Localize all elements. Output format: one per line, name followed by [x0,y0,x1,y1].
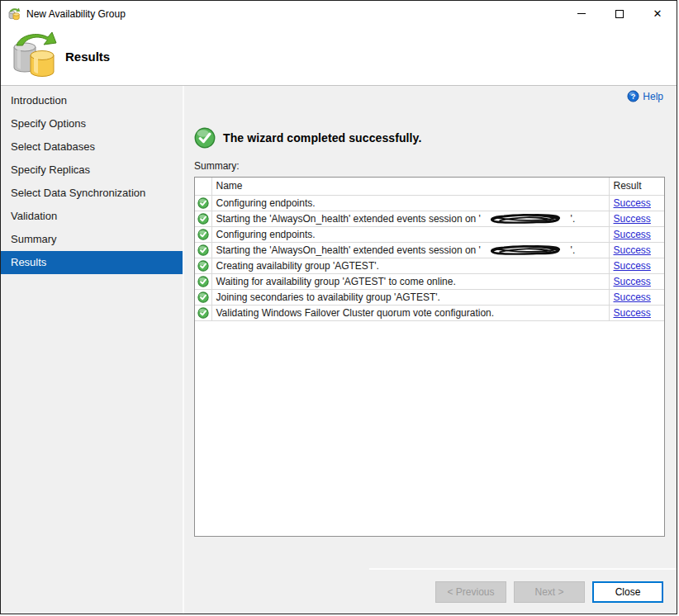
grid-header-row: Name Result [195,178,664,195]
table-row: Joining secondaries to availability grou… [195,289,664,305]
summary-grid: Name Result Configuring endpoints.Succes… [194,177,665,537]
row-result-cell: Success [609,211,664,226]
dialog-body: IntroductionSpecify OptionsSelect Databa… [1,86,677,614]
window-title: New Availability Group [26,8,126,20]
row-name-cell: Configuring endpoints. [211,226,609,242]
row-status-cell [195,242,211,258]
page-title: Results [65,50,110,64]
row-name-cell: Configuring endpoints. [211,195,609,211]
success-link[interactable]: Success [614,291,651,303]
success-check-icon [197,291,209,303]
row-name-cell: Waiting for availability group 'AGTEST' … [211,273,609,289]
sidebar-item-summary[interactable]: Summary [1,228,183,251]
redaction-scribble [484,244,567,255]
minimize-icon [577,13,586,14]
help-link[interactable]: ? Help [627,90,663,102]
row-status-cell [195,226,211,242]
row-result-cell: Success [609,226,664,242]
previous-button[interactable]: < Previous [435,581,506,603]
success-banner: The wizard completed successfully. [194,127,665,149]
redaction-scribble [484,213,567,224]
title-bar: New Availability Group ✕ [1,1,677,26]
row-status-cell [195,258,211,273]
success-link[interactable]: Success [614,197,651,209]
row-name-cell: Starting the 'AlwaysOn_health' extended … [211,211,609,226]
table-row: Creating availability group 'AGTEST'.Suc… [195,258,664,273]
row-name-cell: Creating availability group 'AGTEST'. [211,258,609,273]
sidebar-item-results[interactable]: Results [1,251,183,274]
row-result-cell: Success [609,289,664,305]
row-status-cell [195,305,211,320]
success-link[interactable]: Success [614,229,651,240]
close-button[interactable]: Close [592,581,663,603]
row-result-cell: Success [609,305,664,320]
app-database-sync-icon [7,7,21,21]
help-label: Help [643,91,663,102]
table-row: Validating Windows Failover Cluster quor… [195,305,664,320]
new-availability-group-dialog: New Availability Group ✕ Results Introdu… [0,0,677,614]
row-result-cell: Success [609,273,664,289]
banner-check-icon [194,127,216,149]
maximize-icon [615,10,624,18]
success-check-icon [197,213,209,225]
maximize-button[interactable] [601,1,639,26]
success-link[interactable]: Success [614,307,651,319]
wizard-steps-sidebar: IntroductionSpecify OptionsSelect Databa… [1,86,184,614]
success-link[interactable]: Success [614,260,651,272]
minimize-button[interactable] [563,1,601,26]
success-link[interactable]: Success [614,276,651,287]
sidebar-item-select-databases[interactable]: Select Databases [1,135,183,159]
grid-header-result[interactable]: Result [609,178,664,195]
row-name-cell: Starting the 'AlwaysOn_health' extended … [211,242,609,258]
success-check-icon [197,244,209,256]
close-window-button[interactable]: ✕ [639,1,677,26]
next-button[interactable]: Next > [514,581,585,603]
grid-header-name[interactable]: Name [211,178,609,195]
table-row: Configuring endpoints.Success [195,226,664,242]
wizard-header: Results [1,26,677,86]
row-name-cell: Joining secondaries to availability grou… [211,289,609,305]
success-link[interactable]: Success [614,213,651,225]
row-status-cell [195,211,211,226]
sidebar-item-specify-options[interactable]: Specify Options [1,112,183,135]
help-question-icon: ? [627,90,639,102]
row-name-cell: Validating Windows Failover Cluster quor… [211,305,609,320]
success-check-icon [197,307,209,319]
results-content: ? Help The wizard completed successfully… [184,86,677,614]
sidebar-item-introduction[interactable]: Introduction [1,89,183,112]
sidebar-item-validation[interactable]: Validation [1,205,183,228]
wizard-database-sync-icon [9,31,57,78]
grid-header-status [195,178,211,195]
row-result-cell: Success [609,195,664,211]
table-row: Starting the 'AlwaysOn_health' extended … [195,242,664,258]
success-check-icon [197,229,209,240]
table-row: Configuring endpoints.Success [195,195,664,211]
success-link[interactable]: Success [614,244,651,256]
banner-text: The wizard completed successfully. [223,131,421,145]
button-bar: < Previous Next > Close [369,568,677,614]
close-icon: ✕ [653,8,662,19]
row-status-cell [195,273,211,289]
row-status-cell [195,289,211,305]
table-row: Starting the 'AlwaysOn_health' extended … [195,211,664,226]
svg-text:?: ? [631,92,636,101]
row-result-cell: Success [609,258,664,273]
table-row: Waiting for availability group 'AGTEST' … [195,273,664,289]
success-check-icon [197,197,209,209]
row-result-cell: Success [609,242,664,258]
success-check-icon [197,276,209,287]
row-status-cell [195,195,211,211]
sidebar-item-select-data-synchronization[interactable]: Select Data Synchronization [1,182,183,205]
sidebar-item-specify-replicas[interactable]: Specify Replicas [1,159,183,182]
success-check-icon [197,260,209,272]
summary-label: Summary: [194,160,665,172]
